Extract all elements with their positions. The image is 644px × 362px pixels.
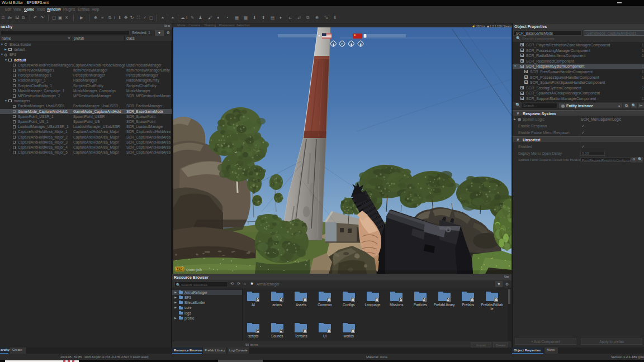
svg-text:▮: ▮ xyxy=(333,42,334,46)
svg-text:▮: ▮ xyxy=(351,42,352,46)
svg-text:C: C xyxy=(341,42,343,46)
svg-text:▮: ▮ xyxy=(359,42,361,46)
